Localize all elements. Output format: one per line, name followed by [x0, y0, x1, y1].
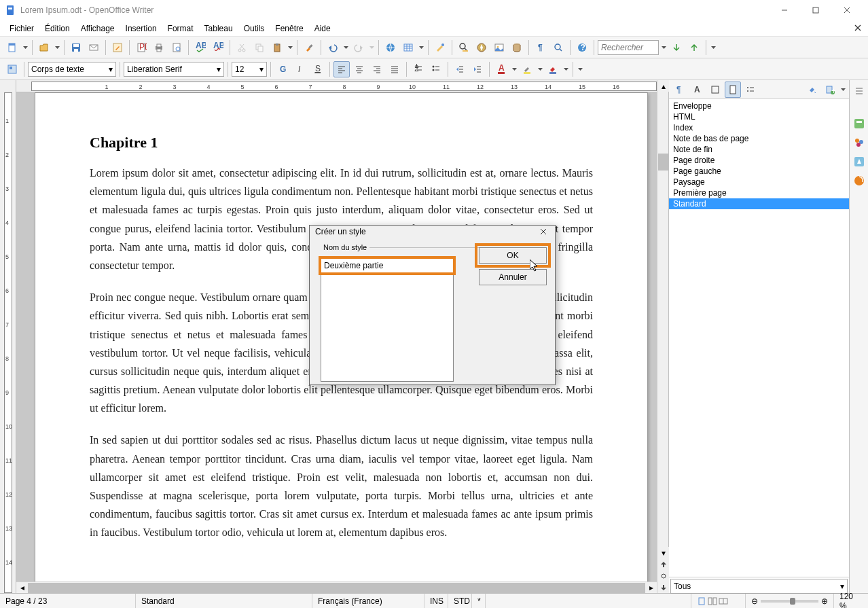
bgcolor-icon[interactable]: [545, 61, 561, 77]
scroll-thumb[interactable]: [658, 154, 668, 171]
open-icon[interactable]: [36, 39, 52, 56]
new-doc-icon[interactable]: [4, 39, 20, 56]
sidebar-menu-icon[interactable]: [851, 83, 867, 99]
outdent-icon[interactable]: [452, 61, 468, 77]
status-ins[interactable]: INS: [424, 594, 448, 608]
format-paintbrush-icon[interactable]: [301, 39, 317, 56]
spellcheck-icon[interactable]: ABC: [192, 39, 209, 56]
style-item[interactable]: Page gauche: [669, 166, 849, 177]
datasource-icon[interactable]: [509, 39, 525, 56]
font-name-combo[interactable]: Liberation Serif▾: [124, 62, 224, 77]
view-multi-icon[interactable]: [708, 596, 717, 606]
menu-fenetre[interactable]: Fenêtre: [270, 22, 308, 35]
close-document-icon[interactable]: [852, 22, 864, 34]
italic-icon[interactable]: I: [292, 61, 308, 77]
cancel-button[interactable]: Annuler: [479, 269, 547, 285]
styles-filter-combo[interactable]: Tous▾: [670, 579, 848, 594]
nav-obj-icon[interactable]: [657, 570, 669, 582]
toolbar-overflow[interactable]: [710, 39, 717, 56]
bgcolor-dropdown[interactable]: [562, 61, 569, 77]
search-down-icon[interactable]: [668, 39, 685, 56]
scroll-down-icon[interactable]: ▾: [657, 547, 669, 558]
font-color-icon[interactable]: A: [493, 61, 509, 77]
nav-next-icon[interactable]: [657, 582, 669, 593]
align-right-icon[interactable]: [369, 61, 385, 77]
numbered-list-icon[interactable]: 12: [410, 61, 427, 77]
dialog-close-icon[interactable]: [537, 226, 549, 238]
autocorrect-icon[interactable]: ABC: [210, 39, 226, 56]
copy-icon[interactable]: [251, 39, 268, 56]
table-icon[interactable]: [400, 39, 416, 56]
menu-affichage[interactable]: Affichage: [75, 22, 120, 35]
undo-dropdown[interactable]: [342, 39, 349, 56]
menu-aide[interactable]: Aide: [309, 22, 336, 35]
close-button[interactable]: [831, 0, 863, 20]
highlight-dropdown[interactable]: [537, 61, 543, 77]
email-icon[interactable]: [86, 39, 102, 56]
underline-icon[interactable]: S: [310, 61, 326, 77]
style-name-input[interactable]: [321, 258, 454, 273]
style-item[interactable]: Enveloppe: [669, 101, 849, 111]
menu-tableau[interactable]: Tableau: [199, 22, 238, 35]
style-list[interactable]: [321, 273, 454, 382]
status-view-icons[interactable]: [691, 594, 746, 608]
status-page[interactable]: Page 4 / 23: [0, 594, 136, 608]
menu-fichier[interactable]: Fichier: [4, 22, 39, 35]
search-dropdown[interactable]: [660, 39, 667, 56]
toolbar2-overflow[interactable]: [577, 61, 583, 77]
dialog-titlebar[interactable]: Créer un style: [310, 226, 555, 238]
zoom-out-icon[interactable]: ⊖: [751, 596, 758, 606]
style-item-selected[interactable]: Standard: [669, 198, 849, 209]
scroll-up-icon[interactable]: ▴: [657, 80, 669, 92]
status-style[interactable]: Standard: [136, 594, 312, 608]
menu-format[interactable]: Format: [162, 22, 199, 35]
highlight-icon[interactable]: [519, 61, 535, 77]
indent-icon[interactable]: [469, 61, 486, 77]
maximize-button[interactable]: [800, 0, 831, 20]
new-style-icon[interactable]: +: [822, 82, 838, 98]
frame-styles-icon[interactable]: [707, 82, 723, 98]
status-lang[interactable]: Français (France): [312, 594, 424, 608]
font-color-dropdown[interactable]: [511, 61, 518, 77]
font-size-combo[interactable]: 12▾: [232, 62, 267, 77]
zoom-percent[interactable]: 120 %: [834, 594, 868, 608]
styles-list[interactable]: Enveloppe HTML Index Note de bas de page…: [669, 99, 849, 577]
menu-outils[interactable]: Outils: [238, 22, 270, 35]
align-left-icon[interactable]: [333, 61, 350, 77]
new-doc-dropdown[interactable]: [22, 39, 29, 56]
align-justify-icon[interactable]: [386, 61, 403, 77]
menu-insertion[interactable]: Insertion: [120, 22, 162, 35]
find-icon[interactable]: [456, 39, 472, 56]
help-icon[interactable]: ?: [574, 39, 590, 56]
navigator-icon[interactable]: [473, 39, 490, 56]
paste-dropdown[interactable]: [287, 39, 293, 56]
style-item[interactable]: HTML: [669, 111, 849, 122]
zoom-in-icon[interactable]: ⊕: [821, 596, 828, 606]
style-item[interactable]: Index: [669, 122, 849, 133]
edit-mode-icon[interactable]: [109, 39, 126, 56]
nonprinting-icon[interactable]: ¶: [532, 39, 549, 56]
list-styles-icon[interactable]: [742, 82, 759, 98]
gallery-sb-icon[interactable]: [851, 135, 867, 151]
para-styles-icon[interactable]: ¶: [672, 82, 688, 98]
paragraph-style-combo[interactable]: Corps de texte▾: [28, 62, 116, 77]
redo-icon[interactable]: [350, 39, 367, 56]
preview-icon[interactable]: [168, 39, 185, 56]
view-book-icon[interactable]: [719, 596, 728, 606]
bold-icon[interactable]: G: [274, 61, 291, 77]
style-item[interactable]: Première page: [669, 187, 849, 198]
gallery-icon[interactable]: [491, 39, 507, 56]
style-item[interactable]: Paysage: [669, 177, 849, 187]
status-std[interactable]: STD: [448, 594, 472, 608]
align-center-icon[interactable]: [351, 61, 367, 77]
print-icon[interactable]: [151, 39, 167, 56]
styles-sb-icon[interactable]: [851, 173, 867, 189]
char-styles-icon[interactable]: A: [689, 82, 706, 98]
pdf-icon[interactable]: PDF: [133, 39, 149, 56]
undo-icon[interactable]: [325, 39, 341, 56]
properties-icon[interactable]: [851, 115, 867, 132]
redo-dropdown[interactable]: [368, 39, 375, 56]
bullet-list-icon[interactable]: [428, 61, 444, 77]
zoom-icon[interactable]: [550, 39, 566, 56]
fill-format-icon[interactable]: [804, 82, 820, 98]
